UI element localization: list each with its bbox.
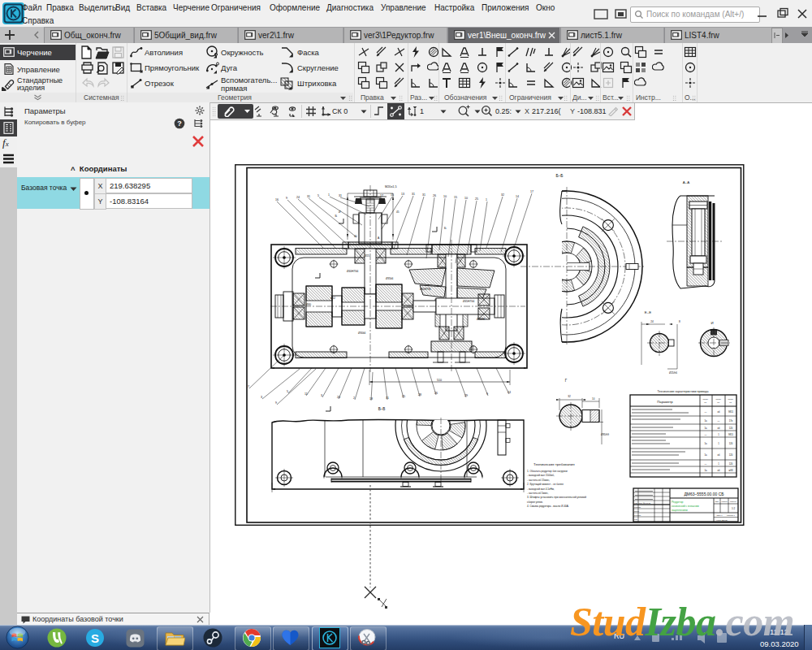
svg-text:Ø85/h9: Ø85/h9 [601, 433, 609, 436]
svg-text:120: 120 [729, 462, 733, 466]
svg-text:Ø45H7/k6: Ø45H7/k6 [463, 300, 475, 303]
svg-text:1а: 1а [704, 427, 707, 430]
svg-text:Масса: Масса [721, 500, 728, 503]
svg-text:ДМ63–5555.00.00 СБ: ДМ63–5555.00.00 СБ [684, 492, 724, 496]
svg-text:ед.: ед. [717, 401, 720, 404]
svg-text:- выходной вал 1500об,: - выходной вал 1500об, [527, 474, 555, 477]
svg-text:зацеплением: зацеплением [672, 509, 688, 512]
svg-text:об: об [717, 453, 720, 457]
svg-text:Ø40H7/k6: Ø40H7/k6 [347, 270, 359, 273]
svg-text:Утв.: Утв. [634, 518, 638, 521]
svg-text:11: 11 [304, 392, 308, 396]
svg-text:Технические характеристики при: Технические характеристики привода [658, 390, 709, 393]
svg-text:Ø40: Ø40 [306, 303, 311, 306]
svg-text:7: 7 [248, 385, 249, 388]
svg-text:конический с внешним: конический с внешним [672, 505, 699, 508]
svg-text:31: 31 [422, 193, 425, 197]
svg-text:А–А: А–А [683, 180, 689, 184]
svg-text:?: ? [177, 119, 182, 128]
svg-text:M20x1,5: M20x1,5 [385, 185, 397, 188]
svg-text:17: 17 [530, 190, 533, 193]
svg-text:1:2: 1:2 [732, 507, 736, 510]
svg-text:25: 25 [402, 395, 405, 398]
svg-text:Лит.: Лит. [715, 500, 719, 503]
svg-text:10: 10 [464, 197, 468, 200]
svg-text:32: 32 [568, 395, 571, 398]
svg-text:26: 26 [434, 392, 438, 395]
svg-text:2. Крутящий момент - не более: 2. Крутящий момент - не более [527, 483, 564, 486]
svg-text:- частота об 5мин,: - частота об 5мин, [527, 492, 548, 495]
svg-text:15: 15 [391, 193, 394, 197]
svg-text:об: об [717, 469, 720, 472]
svg-text:S: S [91, 631, 99, 645]
svg-text:9811: 9811 [728, 433, 733, 436]
svg-text:ед.: ед. [704, 401, 707, 404]
svg-text:16: 16 [275, 198, 279, 202]
svg-text:сборке узлов.: сборке узлов. [527, 500, 543, 504]
svg-text:Параметр: Параметр [657, 400, 673, 404]
svg-text:В–В: В–В [378, 407, 386, 411]
svg-text:510: 510 [437, 379, 442, 382]
svg-text:Листов 1: Листов 1 [727, 514, 735, 517]
svg-text:ед.: ед. [729, 401, 732, 404]
svg-text:26: 26 [433, 194, 436, 197]
svg-text:31: 31 [386, 396, 389, 400]
svg-text:об: об [717, 410, 720, 414]
svg-text:8: 8 [679, 320, 680, 323]
svg-text:Разраб.: Разраб. [634, 506, 641, 509]
svg-text:4. Смазка редуктора - масло И-: 4. Смазка редуктора - масло И-40А. [527, 505, 569, 508]
svg-text:1а: 1а [704, 469, 707, 472]
svg-text:—: — [705, 433, 707, 436]
svg-text:Б: Б [444, 226, 447, 230]
svg-text:45: 45 [396, 210, 400, 214]
svg-text:9811: 9811 [728, 410, 733, 414]
svg-text:Б: Б [335, 214, 337, 218]
svg-text:—: — [705, 410, 707, 414]
svg-text:40: 40 [354, 235, 357, 238]
svg-text:м93: м93 [728, 469, 732, 472]
svg-text:120: 120 [729, 442, 733, 445]
svg-text:24: 24 [650, 320, 654, 323]
svg-text:Ø60H7/f6: Ø60H7/f6 [420, 288, 431, 291]
svg-text:9: 9 [486, 392, 488, 396]
svg-text:Е–Е: Е–Е [645, 310, 651, 314]
svg-text:31: 31 [339, 194, 342, 197]
svg-text:120: 120 [729, 453, 733, 457]
svg-text:32: 32 [501, 193, 504, 197]
svg-text:Ø25/h6: Ø25/h6 [669, 371, 677, 375]
svg-text:3: 3 [321, 394, 322, 397]
svg-text:И: И [710, 321, 713, 325]
svg-text:10: 10 [592, 397, 595, 401]
svg-text:31: 31 [307, 195, 310, 198]
svg-text:Редуктор: Редуктор [672, 500, 684, 504]
svg-text:НГТУ им.Р.Е.: НГТУ им.Р.Е. [716, 519, 728, 522]
svg-text:1. Обкатать редуктор без нагру: 1. Обкатать редуктор без нагрузки: [527, 470, 568, 473]
svg-text:1а: 1а [704, 453, 707, 457]
svg-text:1а: 1а [704, 419, 707, 422]
svg-text:Технические требования: Технические требования [533, 462, 575, 466]
svg-text:Ø120: Ø120 [440, 266, 447, 270]
svg-text:31: 31 [412, 193, 415, 196]
svg-text:1а: 1а [704, 442, 707, 445]
svg-text:1: 1 [486, 198, 487, 202]
svg-text:25: 25 [475, 197, 478, 201]
svg-text:9: 9 [286, 197, 287, 200]
svg-text:—: — [705, 462, 707, 466]
svg-text:15: 15 [454, 196, 457, 199]
svg-text:17в: 17в [729, 419, 733, 422]
svg-text:Ø30k6: Ø30k6 [358, 332, 366, 335]
svg-text:Лист 1: Лист 1 [716, 514, 723, 517]
svg-text:об: об [717, 427, 720, 430]
svg-text:Изм. Лист № докум.: Изм. Лист № докум. [634, 502, 651, 504]
svg-text:Пров.: Пров. [634, 510, 640, 513]
svg-text:Б–Б: Б–Б [556, 174, 564, 178]
svg-text:28: 28 [418, 393, 421, 396]
svg-text:29: 29 [464, 394, 468, 397]
svg-text:24: 24 [508, 391, 511, 394]
svg-text:20: 20 [337, 396, 340, 399]
svg-text:Ø38H8: Ø38H8 [477, 318, 485, 321]
svg-text:Т.контр.: Т.контр. [634, 514, 641, 517]
svg-text:5: 5 [317, 194, 319, 197]
svg-text:10: 10 [443, 195, 447, 198]
svg-text:Ø35k6: Ø35k6 [386, 277, 394, 280]
